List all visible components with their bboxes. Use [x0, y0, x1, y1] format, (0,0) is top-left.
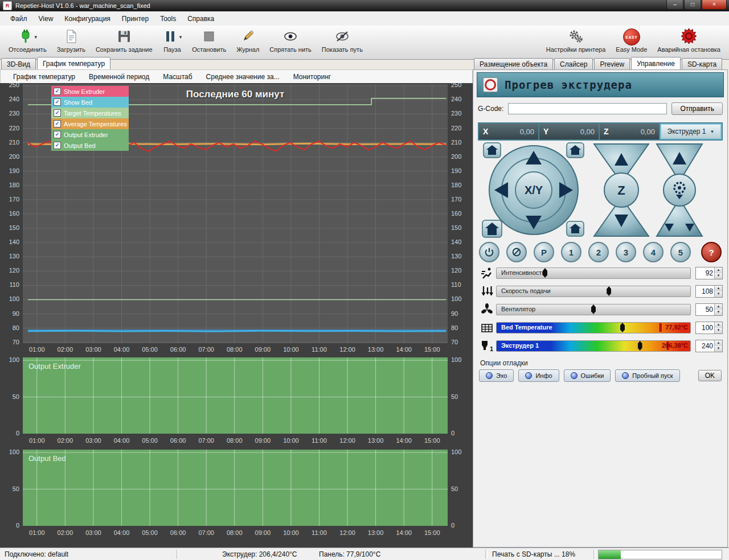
tab-manual-control[interactable]: Управление — [631, 57, 681, 69]
axis-tick-label: 08:00 — [227, 529, 243, 536]
stop-button[interactable]: Остановить — [187, 27, 231, 58]
slider-track[interactable]: Вентилятор — [496, 304, 691, 315]
debug-options-row: Эхо Инфо Ошибки Пробный пуск OK — [479, 369, 722, 382]
checkbox-checked-icon[interactable]: ✓ — [54, 131, 61, 138]
checkbox-checked-icon[interactable]: ✓ — [54, 109, 61, 117]
tab-object-placement[interactable]: Размещение объекта — [474, 58, 553, 69]
save-job-button[interactable]: Сохранить задание — [91, 27, 158, 58]
legend-show-extruder[interactable]: ✓Show Extruder — [51, 86, 129, 97]
maximize-button[interactable]: □ — [684, 0, 701, 10]
tab-slicer[interactable]: Слайсер — [554, 58, 593, 69]
chartmenu-average-value[interactable]: Среднее значение за... — [199, 71, 286, 83]
chartmenu-monitoring[interactable]: Мониторинг — [286, 71, 338, 83]
spin-up-button[interactable]: ▲ — [715, 340, 722, 346]
help-button[interactable]: ? — [701, 242, 722, 262]
chartmenu-temperature-graph[interactable]: График температур — [6, 71, 82, 83]
gcode-input[interactable] — [508, 103, 667, 114]
power-button[interactable] — [479, 242, 499, 262]
legend-average-temperatures[interactable]: ✓Average Temperatures — [51, 118, 129, 129]
script-3-button[interactable]: 3 — [616, 242, 636, 262]
spin-up-button[interactable]: ▲ — [715, 304, 722, 310]
tab-temperature-graph[interactable]: График температур — [37, 57, 110, 69]
toggle-dry-run-button[interactable]: Пробный пуск — [615, 369, 679, 382]
spin-up-button[interactable]: ▲ — [715, 286, 722, 291]
menu-item-file[interactable]: Файл — [5, 13, 33, 25]
menu-item-help[interactable]: Справка — [182, 13, 220, 25]
script-4-button[interactable]: 4 — [643, 242, 664, 262]
toggle-echo-button[interactable]: Эхо — [479, 369, 514, 382]
disconnect-button[interactable]: ▾ Отсоединить — [3, 27, 52, 58]
bed-temperature-spinner[interactable]: 100 ▲▼ — [695, 322, 723, 334]
hide-filament-button[interactable]: Спрятать нить — [264, 27, 316, 58]
menu-item-view[interactable]: View — [33, 13, 59, 25]
toggle-errors-button[interactable]: Ошибки — [564, 369, 611, 382]
slider-thumb[interactable] — [638, 341, 642, 351]
spin-up-button[interactable]: ▲ — [715, 267, 722, 273]
slider-track[interactable]: Интенсивность — [496, 267, 691, 279]
extruder-center-button[interactable] — [664, 174, 695, 206]
printer-settings-button[interactable]: Настройки принтера — [541, 27, 611, 58]
chartmenu-time-period[interactable]: Временной период — [82, 71, 156, 83]
slider-track[interactable]: Скорость подачи — [496, 286, 691, 297]
easy-mode-button[interactable]: EASY Easy Mode — [611, 27, 652, 58]
repetier-logo-icon — [483, 77, 498, 92]
tab-3d-view[interactable]: 3D-Вид — [1, 58, 36, 69]
script-5-button[interactable]: 5 — [670, 242, 691, 262]
home-z-button[interactable] — [567, 221, 584, 236]
ok-button[interactable]: OK — [698, 370, 722, 381]
checkbox-checked-icon[interactable]: ✓ — [54, 142, 61, 149]
spin-down-button[interactable]: ▼ — [715, 291, 722, 297]
spin-down-button[interactable]: ▼ — [715, 346, 722, 352]
pause-button[interactable]: ▾ Пауза — [158, 27, 187, 58]
minimize-button[interactable]: – — [666, 0, 683, 10]
extruder-temperature-spinner[interactable]: 240 ▲▼ — [695, 340, 723, 352]
slider-thumb[interactable] — [607, 286, 611, 296]
fan-speed-spinner[interactable]: 50 ▲▼ — [695, 303, 723, 316]
chartmenu-scale[interactable]: Масштаб — [156, 71, 199, 83]
dropdown-caret-icon[interactable]: ▾ — [179, 34, 182, 40]
legend-output-extruder[interactable]: ✓Output Extruder — [51, 129, 129, 140]
checkbox-checked-icon[interactable]: ✓ — [54, 88, 61, 95]
slider-thumb[interactable] — [591, 304, 596, 314]
menu-item-printer[interactable]: Принтер — [116, 13, 154, 25]
pause-icon — [163, 29, 178, 46]
spin-down-button[interactable]: ▼ — [715, 310, 722, 315]
menu-item-configuration[interactable]: Конфигурация — [59, 13, 116, 25]
log-button[interactable]: Журнал — [231, 27, 264, 58]
script-1-button[interactable]: 1 — [561, 242, 581, 262]
checkbox-checked-icon[interactable]: ✓ — [54, 120, 61, 127]
show-travel-button[interactable]: Показать путь — [317, 27, 368, 58]
extruder-temperature-slider[interactable]: Экструдер 1 206,38°C — [496, 340, 691, 352]
script-2-button[interactable]: 2 — [588, 242, 609, 262]
speed-multiplier-spinner[interactable]: 92 ▲▼ — [695, 267, 723, 279]
legend-target-temperatures[interactable]: ✓Target Temperatures — [51, 108, 129, 118]
toggle-info-button[interactable]: Инфо — [518, 369, 559, 382]
load-button[interactable]: Загрузить — [52, 27, 91, 58]
speed-multiplier-row: Интенсивность 92 ▲▼ — [478, 267, 723, 279]
checkbox-checked-icon[interactable]: ✓ — [54, 98, 61, 106]
spin-down-button[interactable]: ▼ — [715, 273, 722, 279]
home-y-button[interactable] — [567, 143, 584, 158]
flow-multiplier-spinner[interactable]: 108 ▲▼ — [695, 285, 723, 298]
spin-up-button[interactable]: ▲ — [715, 322, 722, 328]
home-x-button[interactable] — [484, 143, 501, 158]
tab-preview[interactable]: Preview — [594, 58, 630, 69]
spin-down-button[interactable]: ▼ — [715, 328, 722, 333]
home-all-button[interactable] — [482, 220, 502, 237]
slider-thumb[interactable] — [620, 323, 625, 332]
send-gcode-button[interactable]: Отправить — [671, 102, 723, 115]
motors-off-button[interactable] — [506, 242, 527, 262]
quick-buttons-row: P 1 2 3 4 5 ? — [479, 242, 722, 262]
park-button[interactable]: P — [534, 242, 554, 262]
legend-output-bed[interactable]: ✓Output Bed — [51, 140, 129, 151]
close-button[interactable]: × — [702, 0, 727, 10]
axis-tick-label: 11:00 — [312, 437, 327, 444]
tab-sd-card[interactable]: SD-карта — [682, 58, 722, 69]
legend-show-bed[interactable]: ✓Show Bed — [51, 97, 129, 108]
bed-temperature-slider[interactable]: Bed Temperature 77,92°C — [496, 322, 691, 333]
emergency-stop-button[interactable]: Аварийная остановка — [652, 27, 726, 58]
axis-tick-label: 0 — [451, 522, 454, 529]
extruder-select[interactable]: Экструдер 1 ▼ — [660, 123, 722, 139]
dropdown-caret-icon[interactable]: ▾ — [35, 34, 38, 40]
menu-item-tools[interactable]: Tools — [154, 13, 182, 25]
